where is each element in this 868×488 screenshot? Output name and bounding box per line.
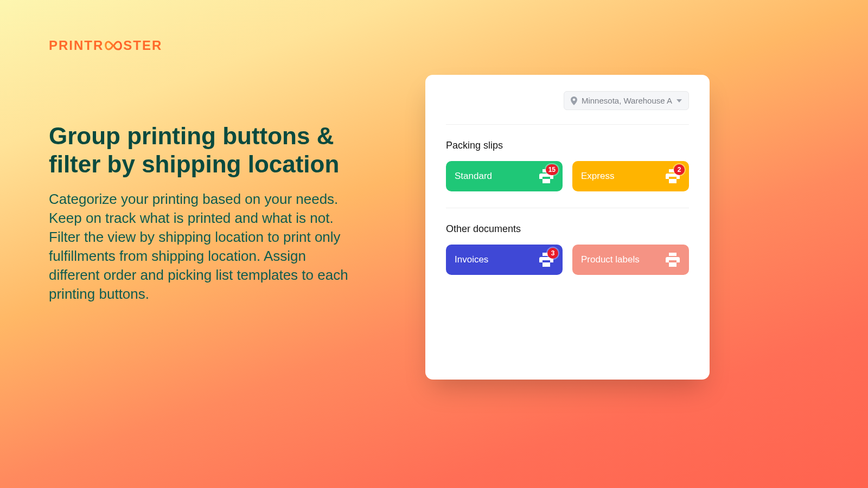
print-button-express[interactable]: Express 2 — [572, 161, 689, 191]
chevron-down-icon — [676, 99, 682, 102]
print-button-invoices[interactable]: Invoices 3 — [446, 245, 563, 275]
print-button-standard[interactable]: Standard 15 — [446, 161, 563, 191]
section-other-documents: Other documents Invoices 3 Product label… — [446, 208, 689, 275]
button-row: Invoices 3 Product labels — [446, 245, 689, 275]
app-panel: Minnesota, Warehouse A Packing slips Sta… — [425, 75, 710, 380]
location-row: Minnesota, Warehouse A — [446, 91, 689, 125]
button-label: Express — [581, 171, 614, 182]
button-label: Product labels — [581, 254, 640, 265]
count-badge: 3 — [547, 248, 558, 259]
location-select[interactable]: Minnesota, Warehouse A — [564, 91, 689, 110]
brand-text-pre: PRINTR — [49, 38, 104, 53]
hero-body: Categorize your printing based on your n… — [49, 190, 353, 304]
map-pin-icon — [571, 97, 577, 105]
section-title: Other documents — [446, 223, 689, 235]
hero-title: Group printing buttons & filter by shipp… — [49, 122, 385, 178]
infinity-icon — [104, 38, 123, 54]
button-label: Invoices — [455, 254, 488, 265]
location-label: Minnesota, Warehouse A — [582, 96, 672, 105]
count-badge: 15 — [546, 164, 558, 175]
brand-logo: PRINTR STER — [49, 38, 162, 53]
button-row: Standard 15 Express 2 — [446, 161, 689, 191]
section-title: Packing slips — [446, 140, 689, 151]
marketing-stage: PRINTR STER Group printing buttons & fil… — [0, 0, 868, 488]
button-label: Standard — [455, 171, 492, 182]
brand-text-post: STER — [123, 38, 162, 53]
printer-icon — [665, 253, 680, 267]
section-packing-slips: Packing slips Standard 15 Express 2 — [446, 125, 689, 191]
count-badge: 2 — [674, 164, 685, 175]
print-button-product-labels[interactable]: Product labels — [572, 245, 689, 275]
